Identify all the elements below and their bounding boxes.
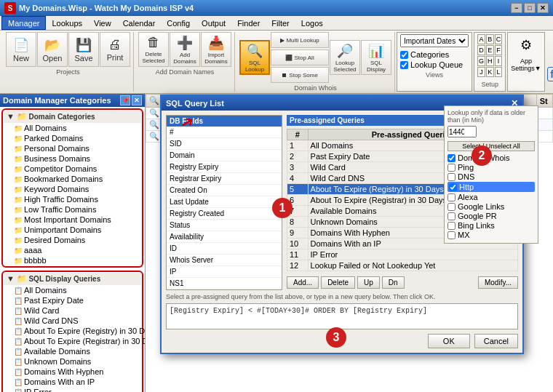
col-status[interactable]: St xyxy=(536,95,552,108)
lookup-panel: Lookup only if data is older than (in Mi… xyxy=(444,105,538,244)
alexa-checkbox[interactable] xyxy=(447,193,455,201)
google-pr-checkbox[interactable] xyxy=(447,212,455,220)
sidebar-pin-button[interactable]: 📌 xyxy=(120,95,130,105)
sql-item-expire-registry[interactable]: 📋 About To Expire (Registry) in 30 Days xyxy=(4,326,141,336)
new-button[interactable]: 📄 New xyxy=(6,32,36,67)
sql-lookup-button[interactable]: 🔍 SQL Lookup xyxy=(239,40,270,75)
db-field-item[interactable]: Status xyxy=(167,220,282,231)
categories-checkbox[interactable] xyxy=(400,51,408,59)
sidebar-item-desired[interactable]: 📁 Desired Domains xyxy=(4,235,141,245)
domain-whois-checkbox[interactable] xyxy=(447,154,455,162)
save-button[interactable]: 💾 Save xyxy=(68,32,99,67)
sidebar-item-bbbbb[interactable]: 📁 bbbbb xyxy=(4,255,141,265)
bing-links-checkbox[interactable] xyxy=(447,222,455,230)
preassigned-row[interactable]: 11IP Error xyxy=(287,249,518,260)
menu-view[interactable]: View xyxy=(88,16,117,30)
menu-lookups[interactable]: Lookups xyxy=(46,16,88,30)
sidebar-item-low-traffic[interactable]: 📁 Low Traffic Domains xyxy=(4,204,141,215)
lookup-cb-google-pr: Google PR xyxy=(447,212,535,220)
sql-input[interactable]: [Registry Expiry] < #[TODAY+30]# ORDER B… xyxy=(166,303,518,329)
important-dates-select[interactable]: Important Dates xyxy=(400,34,469,47)
lookup-minutes-input[interactable] xyxy=(447,126,477,137)
db-field-item[interactable]: Whois Server xyxy=(167,255,282,266)
delete-query-button[interactable]: Delete xyxy=(321,276,355,289)
sidebar-item-keyword[interactable]: 📁 Keyword Domains xyxy=(4,184,141,194)
db-field-item[interactable]: Created On xyxy=(167,185,282,196)
db-field-item[interactable]: Registry Expiry xyxy=(167,161,282,173)
menu-logos[interactable]: Logos xyxy=(295,16,329,30)
sql-item-past-expiry[interactable]: 📋 Past Expiry Date xyxy=(4,295,141,305)
db-field-item[interactable]: Domain xyxy=(167,150,282,161)
menu-finder[interactable]: Finder xyxy=(231,16,266,30)
add-domains-button[interactable]: ➕ Add Domains xyxy=(170,32,200,67)
multi-lookup-button[interactable]: ▶ Multi Lookup xyxy=(271,32,329,48)
sql-item-expire-registrar[interactable]: 📋 About To Expire (Registrar) in 30 Days xyxy=(4,336,141,346)
lookup-selected-button[interactable]: 🔎 Lookup Selected xyxy=(330,40,360,75)
sidebar-item-parked[interactable]: 📁 Parked Domains xyxy=(4,133,141,143)
sidebar-item-business[interactable]: 📁 Business Domains xyxy=(4,153,141,164)
sql-item-all[interactable]: 📋 All Domains xyxy=(4,285,141,295)
sidebar-item-all-domains[interactable]: 📁 All Domains xyxy=(4,123,141,133)
sql-item-hyphen[interactable]: 📋 Domains With Hyphen xyxy=(4,367,141,377)
db-field-item[interactable]: Registrar Expiry xyxy=(167,173,282,185)
minimize-button[interactable]: − xyxy=(511,3,522,13)
ping-checkbox[interactable] xyxy=(447,164,455,172)
preassigned-row[interactable]: 12Lookup Failed or Not Lookedup Yet xyxy=(287,260,518,271)
sql-item-unknown[interactable]: 📋 Unknown Domains xyxy=(4,356,141,367)
sidebar-item-aaaa[interactable]: 📁 aaaa xyxy=(4,245,141,255)
ok-button[interactable]: OK xyxy=(428,334,470,348)
db-field-item[interactable]: Availability xyxy=(167,231,282,243)
dn-query-button[interactable]: Dn xyxy=(382,276,405,289)
open-button[interactable]: 📂 Open xyxy=(37,32,68,67)
facebook-icon: f xyxy=(547,67,553,81)
menu-config[interactable]: Config xyxy=(161,16,196,30)
sql-item-with-ip[interactable]: 📋 Domains With an IP xyxy=(4,377,141,387)
sql-item-available[interactable]: 📋 Available Domains xyxy=(4,346,141,356)
title-bar-controls[interactable]: − □ ✕ xyxy=(511,3,549,13)
stop-some-button[interactable]: ⏹ Stop Some xyxy=(271,67,329,83)
sidebar-close-button[interactable]: ✕ xyxy=(132,95,142,105)
app-logo: S xyxy=(4,2,16,14)
close-button[interactable]: ✕ xyxy=(537,3,549,13)
db-field-item[interactable]: NS1 xyxy=(167,278,282,289)
db-field-item[interactable]: SID xyxy=(167,138,282,150)
sidebar-item-most-important[interactable]: 📁 Most Important Domains xyxy=(4,215,141,225)
db-field-item[interactable]: Last Update xyxy=(167,196,282,208)
up-query-button[interactable]: Up xyxy=(357,276,380,289)
db-field-item[interactable]: IP xyxy=(167,266,282,278)
projects-label: Projects xyxy=(56,68,80,76)
menu-output[interactable]: Output xyxy=(196,16,231,30)
sidebar-item-bookmarked[interactable]: 📁 Bookmarked Domains xyxy=(4,174,141,184)
sidebar-item-unimportant[interactable]: 📁 Unimportant Domains xyxy=(4,225,141,235)
db-field-item[interactable]: Registry Created xyxy=(167,208,282,220)
sql-item-ip-error[interactable]: 📋 IP Error xyxy=(4,387,141,392)
sidebar-item-competitor[interactable]: 📁 Competitor Domains xyxy=(4,164,141,174)
menu-manager[interactable]: Manager xyxy=(1,16,46,30)
delete-selected-button[interactable]: 🗑 Delete Selected xyxy=(138,32,169,67)
mx-checkbox[interactable] xyxy=(447,231,455,239)
sidebar-item-personal[interactable]: 📁 Personal Domains xyxy=(4,143,141,153)
sidebar: Domain Manager Categories 📌 ✕ ▼ 📁 Domain… xyxy=(0,94,146,392)
google-links-checkbox[interactable] xyxy=(447,203,455,211)
select-unselect-button[interactable]: Select / Unselect All xyxy=(447,141,535,151)
stop-all-button[interactable]: ⬛ Stop All xyxy=(271,49,329,65)
sidebar-item-high-traffic[interactable]: 📁 High Traffic Domains xyxy=(4,194,141,204)
google-links-label: Google Links xyxy=(458,202,504,211)
menu-calendar[interactable]: Calendar xyxy=(117,16,162,30)
print-icon: 🖨 xyxy=(108,37,122,52)
modify-query-button[interactable]: Modify... xyxy=(478,276,518,289)
http-checkbox[interactable] xyxy=(449,183,457,191)
dns-checkbox[interactable] xyxy=(447,173,455,181)
print-button[interactable]: 🖨 Print xyxy=(100,32,130,67)
add-query-button[interactable]: Add... xyxy=(287,276,319,289)
maximize-button[interactable]: □ xyxy=(524,3,536,13)
sql-item-wildcard[interactable]: 📋 Wild Card xyxy=(4,305,141,316)
lookup-queue-checkbox[interactable] xyxy=(400,61,408,69)
cancel-button[interactable]: Cancel xyxy=(474,334,518,348)
import-domains-button[interactable]: 📥 Import Domains xyxy=(201,32,231,67)
sql-display-button[interactable]: 📊 SQL Display xyxy=(361,40,391,75)
menu-filter[interactable]: Filter xyxy=(266,16,295,30)
sql-item-wildcard-dns[interactable]: 📋 Wild Card DNS xyxy=(4,316,141,326)
lookup-selected-icon: 🔎 xyxy=(337,43,353,59)
db-field-item[interactable]: ID xyxy=(167,243,282,255)
